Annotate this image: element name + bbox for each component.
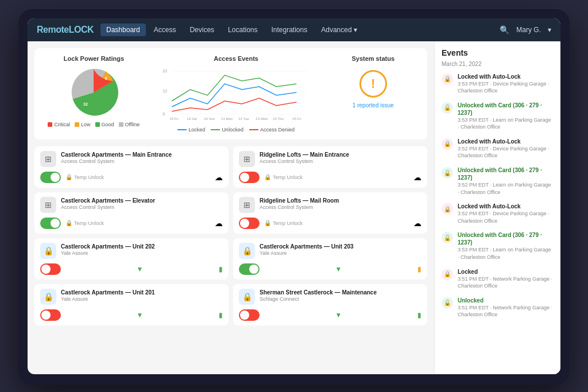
device-card-unit203: 🔒 Castlerock Apartments — Unit 203 Yale … — [233, 238, 427, 280]
cloud-indicator: ☁ — [413, 173, 421, 182]
event-text: Unlocked with Card (306 · 279 · 1237) 3:… — [458, 231, 554, 261]
lock-icon: 🔒 — [264, 220, 271, 226]
logo-text: Remote — [37, 25, 69, 34]
temp-unlock[interactable]: 🔒 Temp Unlock — [264, 174, 303, 180]
event-detail: 3:53 PM EDT · Learn on Parking Garage · … — [458, 246, 554, 261]
access-events-title: Access Events — [152, 55, 320, 62]
nav-access[interactable]: Access — [148, 24, 182, 36]
device-info: Castlerock Apartments — Elevator Access … — [61, 197, 223, 210]
device-type: Access Control System — [260, 204, 421, 210]
event-item-1: 🔓 Unlocked with Card (306 · 279 · 1237) … — [442, 102, 554, 131]
user-menu[interactable]: Mary G. — [516, 26, 541, 34]
search-icon[interactable]: 🔍 — [500, 25, 509, 34]
device-info: Ridgeline Lofts — Mail Room Access Contr… — [260, 197, 421, 210]
charts-row: Lock Power Ratings — [34, 48, 427, 139]
event-text: Unlocked with Card (306 · 279 · 1237) 3:… — [458, 166, 554, 196]
device-header: 🔒 Sherman Street Castlerock — Maintenanc… — [239, 289, 421, 305]
cloud-indicator: ☁ — [413, 219, 421, 228]
pie-container: 32 8 Critical Low — [41, 67, 146, 127]
device-info: Ridgeline Lofts — Main Entrance Access C… — [260, 151, 421, 164]
event-item-3: 🔓 Unlocked with Card (306 · 279 · 1237) … — [442, 166, 554, 196]
lock-power-chart: Lock Power Ratings — [41, 55, 146, 133]
left-panel: Lock Power Ratings — [28, 41, 434, 374]
device-toggle[interactable] — [40, 218, 61, 229]
device-toggle[interactable] — [239, 263, 260, 275]
pie-chart-svg: 32 8 — [68, 67, 119, 118]
events-panel: Events March 21, 2022 🔒 Locked with Auto… — [434, 41, 560, 374]
events-title: Events — [442, 48, 554, 57]
device-toggle[interactable] — [239, 309, 260, 321]
event-detail: 3:51 PM EDT · Network Parking Garage · C… — [458, 304, 554, 319]
device-card-castlerock-elevator: ⊞ Castlerock Apartments — Elevator Acces… — [34, 192, 229, 234]
device-icon-lock: 🔒 — [239, 243, 255, 259]
device-toggle[interactable] — [239, 172, 260, 183]
temp-unlock[interactable]: 🔒 Temp Unlock — [65, 174, 104, 180]
nav-devices[interactable]: Devices — [184, 24, 220, 36]
nav-advanced[interactable]: Advanced ▾ — [315, 24, 363, 36]
event-item-6: 🔒 Locked 3:51 PM EDT · Network Parking G… — [442, 268, 554, 290]
nav-integrations[interactable]: Integrations — [265, 24, 313, 36]
svg-text:25 Fri: 25 Fri — [292, 117, 301, 121]
svg-text:0: 0 — [163, 112, 165, 116]
line-chart-legend: Locked Unlocked Access Denied — [152, 127, 320, 133]
lock-icon: 🔒 — [264, 174, 271, 180]
locked-icon: 🔒 — [442, 138, 453, 150]
device-toggle[interactable] — [40, 263, 61, 275]
temp-unlock[interactable]: 🔒 Temp Unlock — [264, 220, 303, 226]
device-toggle[interactable] — [239, 218, 260, 229]
unlocked-icon: 🔓 — [442, 102, 453, 114]
event-title: Unlocked with Card (306 · 279 · 1237) — [458, 231, 554, 246]
legend-good: Good — [95, 122, 114, 127]
locked-icon: 🔒 — [442, 269, 453, 280]
navbar: RemoteLOCK Dashboard Access Devices Loca… — [28, 18, 560, 41]
event-detail: 3:52 PM EDT · Device Parking Garage · Ch… — [458, 145, 554, 160]
device-type: Yale Assure — [61, 296, 223, 302]
device-controls: ▼ ▮ — [239, 309, 421, 321]
device-card-ridgeline-mailroom: ⊞ Ridgeline Lofts — Mail Room Access Con… — [233, 192, 427, 234]
device-card-unit201: 🔒 Castlerock Apartments — Unit 201 Yale … — [34, 284, 229, 325]
svg-text:24 Thu: 24 Thu — [273, 117, 284, 121]
device-info: Castlerock Apartments — Unit 202 Yale As… — [61, 243, 223, 256]
svg-text:21 Mon: 21 Mon — [221, 117, 233, 121]
lock-icon: 🔒 — [65, 220, 72, 226]
device-toggle[interactable] — [40, 309, 61, 321]
device-info: Castlerock Apartments — Unit 203 Yale As… — [260, 243, 421, 256]
user-chevron-icon: ▾ — [548, 26, 551, 34]
device-name: Ridgeline Lofts — Mail Room — [260, 197, 421, 204]
screen: RemoteLOCK Dashboard Access Devices Loca… — [28, 18, 560, 374]
unlocked-icon: 🔓 — [442, 167, 453, 178]
event-title: Locked — [458, 268, 554, 275]
nav-locations[interactable]: Locations — [222, 24, 263, 36]
event-detail: 3:52 PM EDT · Learn on Parking Garage · … — [458, 181, 554, 196]
svg-text:12: 12 — [163, 89, 167, 93]
cloud-indicator: ☁ — [215, 173, 223, 182]
device-type: Schlage Connect — [260, 296, 421, 302]
device-toggle[interactable] — [40, 172, 61, 183]
events-date: March 21, 2022 — [442, 61, 554, 67]
temp-unlock[interactable]: 🔒 Temp Unlock — [65, 220, 104, 226]
event-text: Locked with Auto-Lock 3:53 PM EDT · Devi… — [458, 73, 554, 95]
event-title: Locked with Auto-Lock — [458, 73, 554, 80]
status-icon-container: ! 1 reported issue — [326, 67, 420, 112]
device-info: Castlerock Apartments — Main Entrance Ac… — [61, 151, 223, 164]
main-content: Lock Power Ratings — [28, 41, 560, 374]
event-title: Unlocked with Card (306 · 279 · 1237) — [458, 166, 554, 181]
issue-link[interactable]: 1 reported issue — [353, 102, 394, 108]
device-icon-grid: ⊞ — [40, 197, 56, 213]
nav-dashboard[interactable]: Dashboard — [100, 24, 146, 36]
device-header: 🔒 Castlerock Apartments — Unit 203 Yale … — [239, 243, 421, 259]
legend-offline: Offline — [119, 122, 140, 127]
lock-power-title: Lock Power Ratings — [41, 55, 146, 62]
device-controls: 🔒 Temp Unlock ☁ — [40, 218, 223, 229]
device-icon-grid: ⊞ — [239, 197, 255, 213]
svg-text:32: 32 — [83, 101, 88, 106]
system-status-title: System status — [326, 55, 420, 62]
device-header: ⊞ Ridgeline Lofts — Mail Room Access Con… — [239, 197, 421, 213]
event-detail: 3:53 PM EDT · Device Parking Garage · Ch… — [458, 80, 554, 95]
svg-text:22 Tue: 22 Tue — [238, 117, 249, 121]
wifi-icon: ▼ — [335, 311, 342, 319]
svg-text:22: 22 — [163, 69, 167, 73]
device-icon-lock: 🔒 — [40, 243, 56, 259]
device-type: Access Control System — [260, 158, 421, 164]
event-title: Locked with Auto-Lock — [458, 138, 554, 145]
